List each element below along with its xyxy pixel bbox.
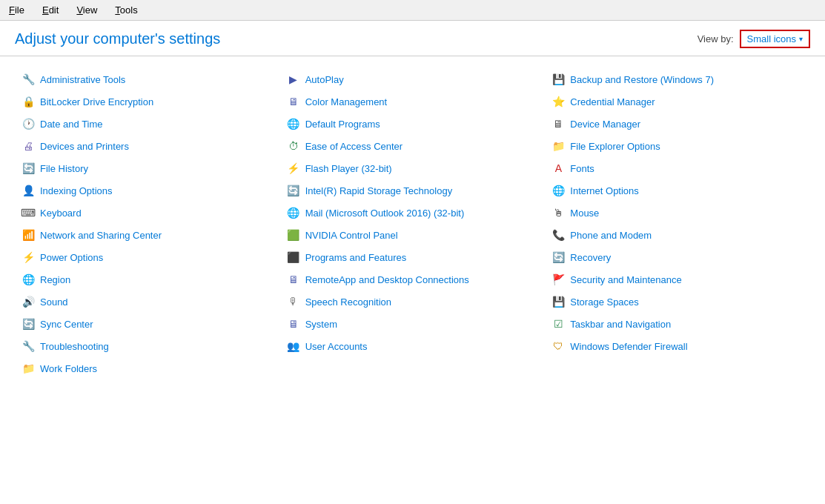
menubar: File Edit View Tools [0, 0, 825, 21]
content: 🔧Administrative Tools🔒BitLocker Drive En… [0, 56, 825, 391]
internet-options-label: Internet Options [570, 185, 639, 196]
menu-file[interactable]: File [6, 3, 27, 17]
cp-item-taskbar-nav[interactable]: ☑Taskbar and Navigation [545, 313, 810, 335]
column-2: ▶AutoPlay🖥Color Management🌐Default Progr… [280, 68, 546, 379]
cp-item-user-accounts[interactable]: 👥User Accounts [280, 335, 546, 357]
recovery-label: Recovery [570, 252, 611, 263]
mail-outlook-icon: 🌐 [286, 205, 301, 220]
cp-item-fonts[interactable]: AFonts [545, 157, 810, 179]
admin-tools-icon: 🔧 [21, 72, 36, 87]
ease-access-label: Ease of Access Center [305, 141, 403, 152]
programs-features-label: Programs and Features [305, 252, 407, 263]
cp-item-work-folders[interactable]: 📁Work Folders [15, 357, 280, 379]
cp-item-admin-tools[interactable]: 🔧Administrative Tools [15, 68, 280, 90]
header: Adjust your computer's settings View by:… [0, 21, 825, 56]
color-mgmt-icon: 🖥 [286, 94, 301, 109]
file-explorer-label: File Explorer Options [570, 141, 660, 152]
cp-item-default-programs[interactable]: 🌐Default Programs [280, 113, 546, 135]
cp-item-troubleshooting[interactable]: 🔧Troubleshooting [15, 335, 280, 357]
cp-item-mouse[interactable]: 🖱Mouse [545, 202, 810, 224]
fonts-label: Fonts [570, 163, 594, 174]
cp-item-sound[interactable]: 🔊Sound [15, 291, 280, 313]
device-mgr-icon: 🖥 [551, 116, 566, 131]
cp-item-date-time[interactable]: 🕐Date and Time [15, 113, 280, 135]
cp-item-intel-rapid[interactable]: 🔄Intel(R) Rapid Storage Technology [280, 179, 546, 202]
cp-item-credential-mgr[interactable]: ⭐Credential Manager [545, 90, 810, 113]
device-mgr-label: Device Manager [570, 119, 640, 130]
file-explorer-icon: 📁 [551, 139, 566, 153]
cp-item-region[interactable]: 🌐Region [15, 268, 280, 291]
cp-item-remoteapp[interactable]: 🖥RemoteApp and Desktop Connections [280, 268, 546, 291]
menu-edit[interactable]: Edit [39, 3, 62, 17]
security-maintenance-label: Security and Maintenance [570, 274, 681, 285]
column-1: 🔧Administrative Tools🔒BitLocker Drive En… [15, 68, 280, 379]
cp-item-ease-access[interactable]: ⏱Ease of Access Center [280, 135, 546, 157]
phone-modem-label: Phone and Modem [570, 230, 652, 241]
cp-item-power-options[interactable]: ⚡Power Options [15, 246, 280, 268]
cp-item-recovery[interactable]: 🔄Recovery [545, 246, 810, 268]
cp-item-network-sharing[interactable]: 📶Network and Sharing Center [15, 224, 280, 246]
viewby-container: View by: Small icons ▾ [698, 30, 810, 48]
sound-label: Sound [40, 296, 68, 308]
region-label: Region [40, 274, 70, 285]
viewby-dropdown[interactable]: Small icons ▾ [740, 30, 810, 48]
cp-item-file-explorer[interactable]: 📁File Explorer Options [545, 135, 810, 157]
mail-outlook-label: Mail (Microsoft Outlook 2016) (32-bit) [305, 208, 465, 219]
cp-item-flash-player[interactable]: ⚡Flash Player (32-bit) [280, 157, 546, 179]
cp-item-speech[interactable]: 🎙Speech Recognition [280, 291, 546, 313]
nvidia-cp-label: NVIDIA Control Panel [305, 230, 398, 241]
cp-item-backup-restore[interactable]: 💾Backup and Restore (Windows 7) [545, 68, 810, 90]
color-mgmt-label: Color Management [305, 96, 388, 107]
devices-printers-label: Devices and Printers [40, 141, 129, 152]
cp-item-device-mgr[interactable]: 🖥Device Manager [545, 113, 810, 135]
credential-mgr-icon: ⭐ [551, 94, 566, 109]
storage-spaces-label: Storage Spaces [570, 296, 639, 308]
cp-item-internet-options[interactable]: 🌐Internet Options [545, 179, 810, 202]
file-history-label: File History [40, 163, 88, 174]
sync-center-label: Sync Center [40, 319, 93, 330]
taskbar-nav-label: Taskbar and Navigation [570, 319, 671, 330]
date-time-icon: 🕐 [21, 116, 36, 131]
cp-item-keyboard[interactable]: ⌨Keyboard [15, 202, 280, 224]
cp-item-bitlocker[interactable]: 🔒BitLocker Drive Encryption [15, 90, 280, 113]
cp-item-programs-features[interactable]: ⬛Programs and Features [280, 246, 546, 268]
recovery-icon: 🔄 [551, 250, 566, 265]
autoplay-icon: ▶ [286, 72, 301, 87]
cp-item-system[interactable]: 🖥System [280, 313, 546, 335]
date-time-label: Date and Time [40, 119, 103, 130]
cp-item-indexing[interactable]: 👤Indexing Options [15, 179, 280, 202]
backup-restore-label: Backup and Restore (Windows 7) [570, 74, 714, 85]
speech-label: Speech Recognition [305, 296, 391, 308]
network-sharing-label: Network and Sharing Center [40, 230, 162, 241]
power-options-label: Power Options [40, 252, 103, 263]
cp-item-phone-modem[interactable]: 📞Phone and Modem [545, 224, 810, 246]
devices-printers-icon: 🖨 [21, 139, 36, 153]
cp-item-file-history[interactable]: 🔄File History [15, 157, 280, 179]
intel-rapid-label: Intel(R) Rapid Storage Technology [305, 185, 453, 196]
credential-mgr-label: Credential Manager [570, 96, 655, 107]
autoplay-label: AutoPlay [305, 74, 344, 85]
cp-item-nvidia-cp[interactable]: 🟩NVIDIA Control Panel [280, 224, 546, 246]
sync-center-icon: 🔄 [21, 316, 36, 331]
fonts-icon: A [551, 161, 566, 176]
menu-tools[interactable]: Tools [112, 3, 140, 17]
remoteapp-label: RemoteApp and Desktop Connections [305, 274, 469, 285]
mouse-icon: 🖱 [551, 205, 566, 220]
menu-view[interactable]: View [73, 3, 100, 17]
cp-item-color-mgmt[interactable]: 🖥Color Management [280, 90, 546, 113]
default-programs-icon: 🌐 [286, 116, 301, 131]
cp-item-autoplay[interactable]: ▶AutoPlay [280, 68, 546, 90]
user-accounts-icon: 👥 [286, 339, 301, 354]
programs-features-icon: ⬛ [286, 250, 301, 265]
system-icon: 🖥 [286, 316, 301, 331]
cp-item-devices-printers[interactable]: 🖨Devices and Printers [15, 135, 280, 157]
cp-item-storage-spaces[interactable]: 💾Storage Spaces [545, 291, 810, 313]
work-folders-label: Work Folders [40, 363, 97, 374]
cp-item-mail-outlook[interactable]: 🌐Mail (Microsoft Outlook 2016) (32-bit) [280, 202, 546, 224]
region-icon: 🌐 [21, 272, 36, 287]
cp-item-windows-firewall[interactable]: 🛡Windows Defender Firewall [545, 335, 810, 357]
chevron-down-icon: ▾ [799, 35, 803, 43]
indexing-label: Indexing Options [40, 185, 113, 196]
cp-item-sync-center[interactable]: 🔄Sync Center [15, 313, 280, 335]
cp-item-security-maintenance[interactable]: 🚩Security and Maintenance [545, 268, 810, 291]
